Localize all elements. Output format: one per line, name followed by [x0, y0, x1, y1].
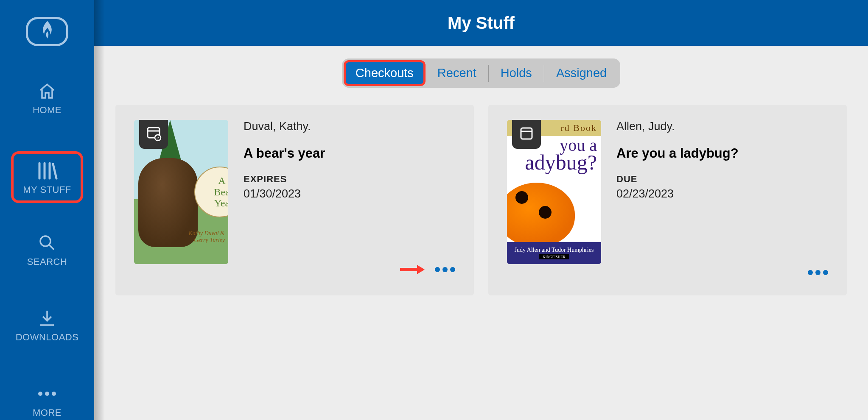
card-actions — [808, 270, 828, 275]
status-date: 02/23/2023 — [616, 187, 739, 200]
svg-line-3 — [53, 164, 56, 178]
flame-icon — [36, 19, 59, 44]
tab-holds[interactable]: Holds — [489, 60, 544, 86]
tab-recent[interactable]: Recent — [426, 60, 488, 86]
page-title: My Stuff — [448, 14, 515, 33]
app-logo[interactable] — [26, 17, 68, 46]
book-title: Are you a ladybug? — [616, 146, 739, 161]
book-meta: Allen, Judy. Are you a ladybug? DUE 02/2… — [616, 120, 739, 286]
nav-label: SEARCH — [27, 256, 67, 267]
tab-checkouts[interactable]: Checkouts — [344, 60, 426, 86]
status-label: DUE — [616, 174, 739, 185]
tab-assigned[interactable]: Assigned — [544, 60, 619, 86]
search-icon — [38, 234, 56, 252]
main-content: My Stuff Checkouts Recent Holds Assigned… — [94, 0, 868, 420]
svg-text:e: e — [157, 136, 159, 140]
cover-text: adybug? — [525, 153, 597, 172]
book-title: A bear's year — [244, 146, 325, 161]
arrow-annotation-icon — [399, 264, 425, 275]
more-options-button[interactable] — [808, 270, 828, 275]
cover-credits: Kathy Duval & — [188, 230, 225, 237]
download-icon — [38, 309, 56, 328]
nav-home[interactable]: HOME — [11, 76, 83, 122]
checkout-card[interactable]: A Bea Yea Kathy Duval & Gerry Turley e D… — [115, 105, 474, 295]
nav-my-stuff[interactable]: MY STUFF — [11, 151, 83, 203]
book-icon — [518, 125, 535, 144]
book-cover[interactable]: A Bea Yea Kathy Duval & Gerry Turley e — [134, 120, 228, 264]
nav-label: MY STUFF — [23, 184, 71, 195]
cover-credits: Gerry Turley — [188, 237, 225, 244]
book-author: Allen, Judy. — [616, 120, 739, 133]
sidebar: HOME MY STUFF SEARCH DOWNLOADS MORE — [0, 0, 94, 420]
nav-search[interactable]: SEARCH — [11, 228, 83, 273]
ebook-icon: e — [145, 125, 162, 144]
cover-text: A — [218, 175, 225, 186]
cover-publisher: KINGFISHER — [539, 254, 569, 259]
nav-label: MORE — [33, 407, 62, 418]
cover-credits: Judy Allen and Tudor Humphries — [515, 247, 594, 253]
nav-label: DOWNLOADS — [16, 332, 79, 343]
nav-more[interactable]: MORE — [11, 378, 83, 420]
svg-line-5 — [49, 245, 54, 250]
nav-label: HOME — [33, 105, 62, 116]
cover-text: Bea — [214, 186, 228, 197]
home-icon — [38, 82, 56, 100]
book-meta: Duval, Kathy. A bear's year EXPIRES 01/3… — [244, 120, 325, 286]
svg-point-4 — [40, 236, 50, 246]
tab-bar-container: Checkouts Recent Holds Assigned — [94, 46, 868, 105]
svg-marker-13 — [417, 265, 425, 274]
books-icon — [36, 161, 58, 180]
nav-downloads[interactable]: DOWNLOADS — [11, 303, 83, 349]
more-icon — [38, 384, 56, 403]
tab-bar: Checkouts Recent Holds Assigned — [342, 58, 620, 88]
cover-text: Yea — [214, 197, 228, 209]
format-badge: e — [139, 120, 168, 149]
card-actions — [399, 264, 455, 275]
format-badge — [512, 120, 541, 149]
topbar: My Stuff — [94, 0, 868, 46]
book-cover[interactable]: rd Book you a adybug? Judy Allen and Tud… — [507, 120, 601, 264]
book-author: Duval, Kathy. — [244, 120, 325, 133]
checkout-card[interactable]: rd Book you a adybug? Judy Allen and Tud… — [488, 105, 847, 295]
status-label: EXPIRES — [244, 174, 325, 185]
more-options-button[interactable] — [435, 267, 455, 272]
status-date: 01/30/2023 — [244, 187, 325, 200]
svg-rect-14 — [521, 128, 532, 139]
checkout-list: A Bea Yea Kathy Duval & Gerry Turley e D… — [94, 105, 868, 295]
